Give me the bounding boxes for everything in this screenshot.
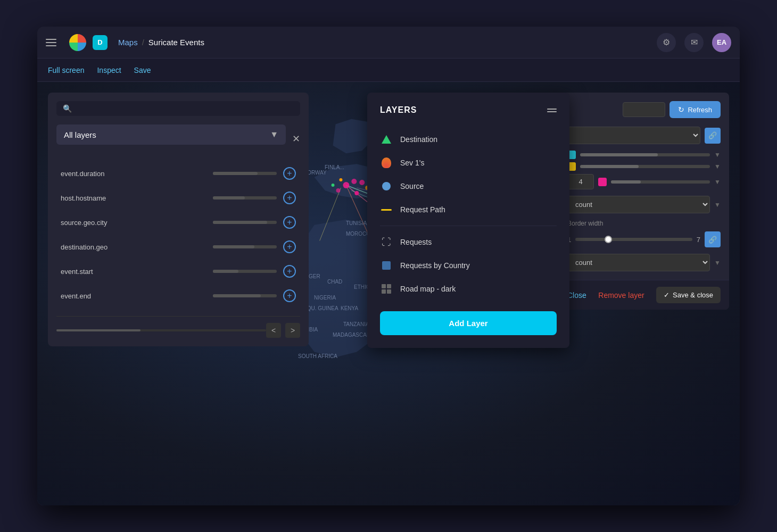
border-width-slider[interactable]: [575, 238, 692, 241]
svg-point-8: [351, 179, 357, 184]
color-slider-yellow[interactable]: [580, 165, 710, 168]
field-item-event-start[interactable]: event.start +: [56, 260, 300, 283]
refresh-input[interactable]: [623, 102, 665, 117]
add-layer-button[interactable]: Add Layer: [380, 311, 557, 335]
border-width-section: Border width 1 7 🔗: [567, 220, 721, 247]
layer-item-request-path[interactable]: Request Path: [380, 198, 557, 221]
app-logo: [69, 34, 86, 51]
add-field-button[interactable]: +: [283, 265, 296, 278]
chevron-down-icon[interactable]: ▼: [714, 259, 721, 267]
close-button[interactable]: Close: [567, 291, 586, 300]
color-slider-teal[interactable]: [580, 153, 710, 156]
field-item-source-geo-city[interactable]: source.geo.city +: [56, 211, 300, 234]
field-name: event.start: [61, 268, 206, 276]
svg-point-7: [343, 182, 349, 188]
layer-name: Requests by Country: [400, 261, 470, 270]
chevron-down-icon[interactable]: ▼: [714, 178, 721, 186]
field-name: event.duration: [61, 170, 206, 178]
field-item-host-hostname[interactable]: host.hostname +: [56, 186, 300, 210]
user-avatar[interactable]: EA: [712, 33, 731, 52]
layer-select-1[interactable]: [567, 127, 700, 144]
color-slider-pink[interactable]: [611, 180, 710, 184]
chevron-down-icon[interactable]: ▼: [714, 151, 721, 159]
search-bar[interactable]: 🔍: [56, 101, 300, 116]
slider-thumb: [605, 236, 612, 243]
remove-layer-button[interactable]: Remove layer: [598, 291, 644, 300]
color-swatch-pink[interactable]: [598, 178, 607, 186]
color-row-yellow: ▼: [567, 162, 721, 171]
add-field-button[interactable]: +: [283, 289, 296, 302]
panel-pagination: < >: [56, 316, 300, 338]
add-field-button[interactable]: +: [283, 192, 296, 204]
road-map-dark-icon: [380, 282, 393, 295]
search-input[interactable]: [76, 105, 294, 113]
layers-panel-header: LAYERS: [380, 105, 557, 115]
sev1s-icon: [380, 156, 393, 169]
field-bar-fill: [213, 245, 254, 248]
field-list: event.duration + host.hostname + source.…: [56, 162, 300, 307]
inspect-link[interactable]: Inspect: [97, 66, 121, 74]
field-item-event-end[interactable]: event.end +: [56, 284, 300, 307]
field-bar: [213, 270, 277, 273]
layer-item-destination[interactable]: Destination: [380, 128, 557, 151]
count-select-2[interactable]: count: [567, 254, 710, 271]
field-bar: [213, 196, 277, 200]
refresh-icon: ↻: [678, 105, 684, 114]
layer-item-requests-by-country[interactable]: Requests by Country: [380, 254, 557, 277]
field-bar: [213, 245, 277, 248]
main-content: ICELAND NORWAY FINLA... MALI NIGER CHAD …: [37, 82, 740, 505]
count-select-1[interactable]: count: [567, 196, 710, 213]
field-item-destination-geo[interactable]: destination.geo +: [56, 235, 300, 259]
requests-icon: ⛶: [380, 236, 393, 248]
field-bar: [213, 221, 277, 224]
link-button-2[interactable]: 🔗: [705, 231, 721, 247]
user-workspace-avatar[interactable]: D: [93, 35, 108, 50]
breadcrumb-maps-link[interactable]: Maps: [118, 38, 138, 47]
field-bar-fill: [213, 294, 261, 297]
border-width-label: Border width: [567, 220, 721, 227]
color-slider-fill: [611, 180, 641, 184]
field-name: event.end: [61, 292, 206, 300]
header-right-actions: ⚙ ✉ EA: [657, 33, 731, 52]
add-field-button[interactable]: +: [283, 167, 296, 180]
refresh-button[interactable]: ↻ Refresh: [669, 101, 721, 118]
layer-name: Road map - dark: [400, 285, 456, 293]
destination-icon: [380, 133, 393, 146]
save-close-button[interactable]: ✓ Save & close: [656, 287, 721, 303]
fields-panel: 🔍 All layers ▼ ✕ event.duration +: [48, 93, 309, 346]
add-field-button[interactable]: +: [283, 240, 296, 253]
breadcrumb: Maps / Suricate Events: [118, 38, 204, 47]
layer-separator: [380, 226, 557, 226]
field-bar: [213, 172, 277, 175]
pagination-prev-button[interactable]: <: [266, 323, 281, 338]
save-link[interactable]: Save: [134, 66, 151, 74]
field-bar-fill: [213, 270, 238, 273]
field-name: host.hostname: [61, 194, 206, 202]
layer-item-sev1s[interactable]: Sev 1's: [380, 151, 557, 174]
chevron-down-icon[interactable]: ▼: [714, 163, 721, 170]
link-button-1[interactable]: 🔗: [705, 128, 721, 144]
pagination-buttons: < >: [266, 323, 300, 338]
count-row-2: count ▼: [567, 254, 721, 271]
close-panel-button[interactable]: ✕: [292, 133, 300, 145]
value-input[interactable]: [567, 174, 594, 189]
layers-menu-button[interactable]: [547, 109, 557, 112]
add-field-button[interactable]: +: [283, 216, 296, 229]
settings-panel: ↻ Refresh 🔗: [559, 93, 729, 310]
count-section-2: count ▼: [567, 254, 721, 271]
layer-item-source[interactable]: Source: [380, 174, 557, 198]
layer-item-requests[interactable]: ⛶ Requests: [380, 230, 557, 254]
field-item-event-duration[interactable]: event.duration +: [56, 162, 300, 185]
settings-icon-button[interactable]: ⚙: [657, 33, 676, 52]
svg-point-10: [359, 180, 365, 185]
pagination-next-button[interactable]: >: [285, 323, 300, 338]
hamburger-menu-button[interactable]: [46, 34, 63, 51]
field-bar-fill: [213, 196, 245, 200]
fullscreen-link[interactable]: Full screen: [48, 66, 84, 74]
all-layers-selector[interactable]: All layers ▼: [56, 124, 286, 145]
layer-item-road-map-dark[interactable]: Road map - dark: [380, 277, 557, 301]
svg-point-15: [332, 184, 335, 187]
chevron-down-icon[interactable]: ▼: [714, 201, 721, 209]
field-bar-fill: [213, 172, 258, 175]
notification-icon-button[interactable]: ✉: [684, 33, 704, 52]
